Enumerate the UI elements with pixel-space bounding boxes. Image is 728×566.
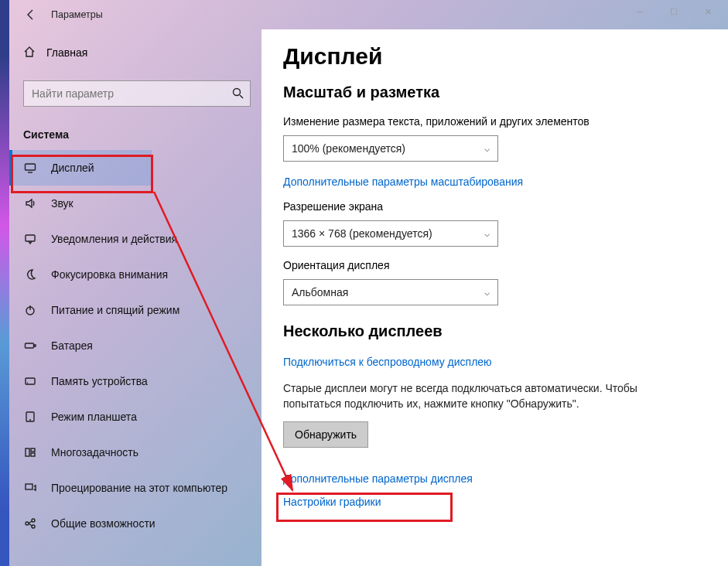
projecting-icon	[23, 482, 37, 494]
sidebar-item-label: Режим планшета	[51, 411, 137, 423]
sidebar-item-label: Память устройства	[51, 375, 148, 387]
orientation-value: Альбомная	[292, 286, 348, 298]
notification-icon	[23, 233, 37, 245]
scale-label: Изменение размера текста, приложений и д…	[283, 115, 713, 128]
sidebar-item-storage[interactable]: Память устройства	[9, 363, 261, 399]
chevron-down-icon: ⌵	[484, 228, 490, 239]
chevron-down-icon: ⌵	[484, 287, 490, 298]
resolution-value: 1366 × 768 (рекомендуется)	[292, 227, 432, 240]
sidebar-item-label: Питание и спящий режим	[51, 304, 179, 316]
svg-rect-5	[26, 378, 35, 384]
sidebar-item-label: Проецирование на этот компьютер	[51, 482, 227, 494]
section-header: Система	[23, 128, 261, 141]
arrow-left-icon	[25, 9, 37, 21]
display-icon	[23, 162, 37, 174]
svg-point-0	[234, 88, 241, 95]
back-button[interactable]	[15, 0, 46, 29]
app-title: Параметры	[51, 9, 103, 20]
shared-icon	[23, 517, 37, 530]
resolution-dropdown[interactable]: 1366 × 768 (рекомендуется) ⌵	[283, 220, 498, 247]
sidebar-item-label: Батарея	[51, 339, 93, 352]
svg-rect-1	[26, 164, 36, 170]
sidebar-item-shared[interactable]: Общие возможности	[9, 506, 261, 541]
sidebar-item-label: Общие возможности	[51, 517, 156, 530]
sidebar-item-label: Многозадачность	[51, 446, 138, 459]
sidebar-item-battery[interactable]: Батарея	[9, 328, 261, 363]
multi-hint: Старые дисплеи могут не всегда подключат…	[283, 380, 655, 412]
detect-button-label: Обнаружить	[295, 428, 357, 441]
close-button[interactable]: ✕	[691, 0, 725, 23]
graphics-settings-link[interactable]: Настройки графики	[283, 496, 713, 508]
sidebar-item-projecting[interactable]: Проецирование на этот компьютер	[9, 470, 261, 506]
svg-rect-10	[26, 484, 32, 489]
page-title: Дисплей	[283, 43, 713, 70]
orientation-label: Ориентация дисплея	[283, 259, 713, 271]
svg-point-11	[26, 522, 29, 525]
svg-rect-7	[26, 448, 29, 456]
multitask-icon	[23, 446, 37, 459]
minimize-button[interactable]: ─	[623, 0, 657, 23]
search-input[interactable]	[32, 87, 217, 100]
wireless-display-link[interactable]: Подключиться к беспроводному дисплею	[283, 356, 492, 368]
advanced-scaling-link[interactable]: Дополнительные параметры масштабирования	[283, 176, 523, 188]
battery-icon	[23, 339, 37, 352]
power-icon	[23, 304, 37, 316]
orientation-dropdown[interactable]: Альбомная ⌵	[283, 279, 498, 305]
home-icon	[23, 46, 36, 60]
scale-section-title: Масштаб и разметка	[283, 84, 713, 101]
home-button[interactable]: Главная	[9, 36, 261, 70]
resolution-label: Разрешение экрана	[283, 200, 713, 213]
storage-icon	[23, 375, 37, 387]
svg-rect-9	[31, 453, 35, 456]
detect-button[interactable]: Обнаружить	[283, 421, 368, 448]
content-pane: Дисплей Масштаб и разметка Изменение раз…	[261, 29, 728, 566]
sidebar-item-display[interactable]: Дисплей	[9, 150, 152, 186]
titlebar: Параметры ─ ☐ ✕	[0, 0, 728, 29]
multi-section-title: Несколько дисплеев	[283, 322, 713, 340]
tablet-icon	[23, 411, 37, 423]
svg-rect-8	[31, 448, 35, 452]
moon-icon	[23, 268, 37, 281]
sidebar-item-power[interactable]: Питание и спящий режим	[9, 292, 261, 328]
sidebar-item-tablet[interactable]: Режим планшета	[9, 399, 261, 435]
sidebar: Главная Система Дисплей Звук Уведомления…	[0, 29, 261, 566]
search-icon	[231, 87, 244, 101]
sidebar-item-multitasking[interactable]: Многозадачность	[9, 435, 261, 470]
maximize-button[interactable]: ☐	[657, 0, 691, 23]
svg-rect-4	[26, 343, 34, 348]
chevron-down-icon: ⌵	[484, 143, 490, 154]
sidebar-item-label: Уведомления и действия	[51, 233, 177, 245]
home-label: Главная	[46, 46, 87, 59]
svg-rect-2	[26, 235, 35, 241]
sidebar-item-label: Дисплей	[51, 162, 94, 174]
svg-point-12	[32, 519, 35, 522]
sound-icon	[23, 197, 37, 210]
sidebar-item-label: Звук	[51, 197, 73, 210]
scale-dropdown[interactable]: 100% (рекомендуется) ⌵	[283, 135, 498, 162]
advanced-display-link[interactable]: Дополнительные параметры дисплея	[283, 472, 713, 485]
search-box[interactable]	[23, 80, 251, 107]
sidebar-item-sound[interactable]: Звук	[9, 186, 261, 221]
svg-point-13	[32, 525, 35, 528]
sidebar-item-focus[interactable]: Фокусировка внимания	[9, 257, 261, 292]
sidebar-item-notifications[interactable]: Уведомления и действия	[9, 221, 261, 257]
scale-value: 100% (рекомендуется)	[292, 142, 405, 155]
sidebar-item-label: Фокусировка внимания	[51, 268, 168, 281]
